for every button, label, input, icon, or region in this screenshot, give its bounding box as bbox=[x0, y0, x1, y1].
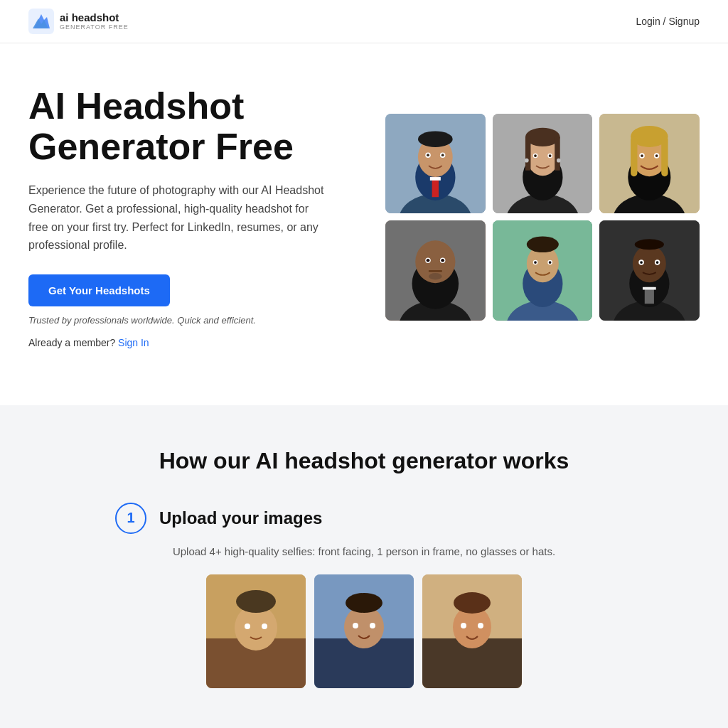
headshot-photo-1 bbox=[385, 114, 486, 214]
hero-title: AI Headshot Generator Free bbox=[28, 86, 343, 167]
sample-photo-2 bbox=[314, 574, 414, 688]
sample-photo-3 bbox=[422, 574, 522, 688]
logo-subtitle: GENERATOR FREE bbox=[60, 23, 129, 31]
svg-point-69 bbox=[245, 623, 250, 629]
svg-rect-17 bbox=[525, 137, 531, 171]
svg-point-10 bbox=[427, 154, 429, 156]
auth-link[interactable]: Login / Signup bbox=[636, 16, 700, 27]
svg-point-82 bbox=[478, 623, 483, 628]
svg-point-76 bbox=[370, 623, 375, 628]
headshot-photo-2 bbox=[493, 114, 593, 214]
svg-rect-5 bbox=[430, 177, 441, 181]
sample-photos bbox=[115, 574, 613, 688]
hero-left: AI Headshot Generator Free Experience th… bbox=[28, 86, 343, 348]
svg-rect-58 bbox=[643, 287, 656, 290]
svg-point-7 bbox=[418, 131, 453, 147]
svg-point-80 bbox=[454, 592, 491, 614]
headshot-photo-6 bbox=[599, 220, 700, 321]
svg-point-53 bbox=[548, 262, 551, 264]
svg-point-59 bbox=[633, 245, 666, 283]
svg-rect-30 bbox=[631, 136, 637, 176]
svg-point-43 bbox=[441, 259, 444, 262]
svg-point-64 bbox=[656, 262, 659, 264]
step-1-title: Upload your images bbox=[159, 508, 322, 528]
headshot-grid bbox=[385, 114, 700, 321]
svg-point-35 bbox=[655, 154, 658, 157]
svg-point-52 bbox=[534, 262, 537, 264]
headshot-photo-5 bbox=[493, 220, 593, 321]
logo-icon bbox=[28, 9, 54, 34]
svg-point-49 bbox=[526, 237, 558, 253]
sign-in-link[interactable]: Sign In bbox=[118, 337, 149, 348]
svg-point-68 bbox=[236, 590, 276, 613]
how-section: How our AI headshot generator works 1 Up… bbox=[0, 405, 728, 728]
svg-point-11 bbox=[441, 154, 444, 156]
logo-title: ai headshot bbox=[60, 12, 129, 24]
svg-point-24 bbox=[557, 159, 561, 163]
step-1-header: 1 Upload your images bbox=[115, 503, 613, 534]
svg-point-74 bbox=[346, 593, 382, 613]
svg-rect-31 bbox=[662, 136, 668, 176]
navbar: ai headshot GENERATOR FREE Login / Signu… bbox=[0, 0, 728, 43]
svg-point-21 bbox=[534, 154, 537, 157]
svg-point-22 bbox=[548, 154, 551, 157]
svg-point-70 bbox=[262, 623, 267, 629]
logo: ai headshot GENERATOR FREE bbox=[28, 9, 129, 34]
logo-text: ai headshot GENERATOR FREE bbox=[60, 12, 129, 31]
headshot-photo-3 bbox=[599, 114, 700, 214]
headshot-photo-4 bbox=[385, 220, 486, 321]
svg-point-23 bbox=[525, 159, 529, 163]
svg-point-63 bbox=[641, 262, 643, 264]
sample-photo-1 bbox=[206, 574, 306, 688]
svg-point-34 bbox=[641, 154, 643, 157]
how-title: How our AI headshot generator works bbox=[28, 448, 700, 474]
trust-text: Trusted by professionals worldwide. Quic… bbox=[28, 315, 343, 326]
step-1-number: 1 bbox=[115, 503, 146, 534]
get-headshots-button[interactable]: Get Your Headshots bbox=[28, 274, 170, 306]
step-1-description: Upload 4+ high-quality selfies: front fa… bbox=[115, 545, 613, 557]
svg-point-75 bbox=[353, 623, 358, 628]
hero-section: AI Headshot Generator Free Experience th… bbox=[0, 43, 728, 405]
svg-point-42 bbox=[427, 259, 430, 262]
svg-rect-18 bbox=[555, 137, 560, 171]
already-member-text: Already a member? Sign In bbox=[28, 337, 343, 348]
svg-point-60 bbox=[635, 240, 664, 250]
step-1-block: 1 Upload your images Upload 4+ high-qual… bbox=[115, 503, 613, 688]
svg-point-81 bbox=[461, 623, 466, 628]
hero-description: Experience the future of photography wit… bbox=[28, 181, 327, 254]
svg-point-44 bbox=[429, 273, 442, 279]
